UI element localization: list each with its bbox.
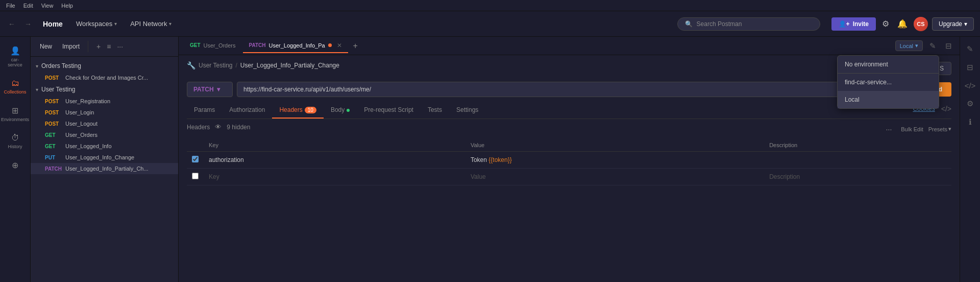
sidebar-item-history[interactable]: ⏱ History [2,129,29,153]
home-button[interactable]: Home [39,18,67,30]
right-code-icon[interactable]: </> [962,79,978,92]
request-user-login[interactable]: POST User_Login [31,107,178,118]
search-bar[interactable]: 🔍 [677,17,820,31]
edit-icon[interactable]: ✎ [927,39,939,53]
breadcrumb-separator: / [235,62,237,69]
env-option-local[interactable]: Local [838,91,939,108]
method-get: GET [45,144,62,149]
table-row: Key Value Description [187,169,951,185]
method-selector[interactable]: PATCH ▾ [187,82,233,97]
collections-sidebar: New Import + ≡ ··· ▾ Orders Testing POST… [31,37,179,282]
notifications-icon[interactable]: 🔔 [895,17,910,31]
header-checkbox-1[interactable] [192,156,199,162]
tab-add-button[interactable]: + [349,41,362,51]
settings-icon[interactable]: ⚙ [880,17,891,31]
header-checkbox-2[interactable] [192,173,199,179]
request-user-logged-info[interactable]: GET User_Logged_Info [31,140,178,152]
breadcrumb: 🔧 User Testing / User_Logged_Info_Partia… [187,61,339,69]
tab-unsaved-dot [328,43,332,47]
more-options-icon[interactable]: ··· [115,41,125,52]
header-value-placeholder[interactable]: Value [465,169,764,185]
new-import-group: New Import [36,41,88,52]
collection-user-testing: ▾ User Testing POST User_Registration PO… [31,83,178,174]
upgrade-chevron: ▾ [964,20,967,28]
content-area: GET User_Orders PATCH User_Logged_Info_P… [179,37,960,282]
more-options-icon[interactable]: ··· [886,125,892,133]
sort-icon[interactable]: ≡ [105,41,113,52]
api-network-dropdown[interactable]: API Network ▾ [126,18,176,30]
tab-get-user-orders[interactable]: GET User_Orders [184,39,242,53]
env-option-find-car[interactable]: find-car-service... [838,74,939,91]
tab-close-icon[interactable]: ✕ [337,42,342,49]
avatar[interactable]: CS [914,17,928,31]
header-key-placeholder[interactable]: Key [204,169,465,185]
tab-prerequest[interactable]: Pre-request Script [357,102,421,119]
sidebar-item-environments[interactable]: ⊞ Environments [2,102,29,126]
breadcrumb-parent[interactable]: User Testing [199,62,232,69]
search-input[interactable] [697,20,813,28]
tab-params[interactable]: Params [187,102,222,119]
menu-file[interactable]: File [6,3,15,9]
forward-button[interactable]: → [22,18,34,30]
api-network-label: API Network [130,20,167,28]
right-settings-icon[interactable]: ⚙ [964,97,976,111]
right-split-icon[interactable]: ⊟ [964,60,976,75]
tab-tests[interactable]: Tests [421,102,449,119]
env-chevron-icon: ▾ [915,42,918,49]
request-user-logged-info-partialy[interactable]: PATCH User_Logged_Info_Partialy_Ch... [31,163,178,174]
eye-icon[interactable]: 👁 [215,123,222,131]
env-option-none[interactable]: No environment [838,56,939,73]
request-user-registration[interactable]: POST User_Registration [31,96,178,107]
tab-settings[interactable]: Settings [449,102,485,119]
right-info-icon[interactable]: ℹ [966,115,974,129]
split-view-icon[interactable]: ⊟ [943,39,954,53]
tab-method-patch: PATCH [249,42,266,48]
invite-button[interactable]: 👤+ Invite [831,17,876,31]
code-icon[interactable]: </> [941,105,951,113]
method-patch: PATCH [45,166,62,172]
import-button[interactable]: Import [58,41,84,52]
workspaces-dropdown[interactable]: Workspaces ▾ [72,18,121,30]
method-get: GET [45,132,62,138]
bulk-edit-button[interactable]: Bulk Edit [901,126,923,132]
request-user-logged-info-change[interactable]: PUT User_Logged_Info_Change [31,152,178,163]
right-edit-icon[interactable]: ✎ [964,42,976,56]
tab-patch-user-logged[interactable]: PATCH User_Logged_Info_Pa ✕ [243,39,348,53]
collection-header-user[interactable]: ▾ User Testing [31,83,178,96]
method-badge-post: POST [45,75,62,81]
presets-button[interactable]: Presets ▾ [928,126,951,132]
new-button[interactable]: New [36,41,56,52]
tab-authorization[interactable]: Authorization [222,102,272,119]
request-user-logout[interactable]: POST User_Logout [31,118,178,129]
workspaces-chevron: ▾ [114,21,117,27]
request-check-order[interactable]: POST Check for Order and Images Cr... [31,72,178,83]
collection-header-orders[interactable]: ▾ Orders Testing [31,60,178,72]
menu-view[interactable]: View [41,3,54,9]
sidebar-actions: + ≡ ··· [94,41,125,52]
menu-help[interactable]: Help [61,3,73,9]
menu-edit[interactable]: Edit [23,3,33,9]
tabs-bar: GET User_Orders PATCH User_Logged_Info_P… [179,37,960,55]
sidebar-item-collections[interactable]: 🗂 Collections [2,75,29,99]
url-input[interactable] [237,82,914,97]
environment-dropdown[interactable]: Local ▾ [895,40,923,51]
sidebar-item-add[interactable]: ⊕ [2,156,29,174]
header-desc-1[interactable] [764,152,951,169]
add-collection-icon[interactable]: + [94,41,103,52]
collections-icon: 🗂 [11,79,19,88]
col-value: Value [465,139,764,152]
header-desc-placeholder[interactable]: Description [764,169,951,185]
history-icon: ⏱ [11,133,19,143]
col-description: Description [764,139,951,152]
tab-headers[interactable]: Headers10 [272,102,323,119]
request-user-orders[interactable]: GET User_Orders [31,129,178,140]
tab-body[interactable]: Body [324,102,357,119]
col-key: Key [204,139,465,152]
sidebar-item-user[interactable]: 👤 car-service [2,42,29,72]
search-icon: 🔍 [685,20,693,28]
back-button[interactable]: ← [6,18,17,30]
upgrade-button[interactable]: Upgrade ▾ [932,17,974,31]
header-key-1[interactable]: authorization [204,152,465,169]
top-bar: ← → Home Workspaces ▾ API Network ▾ 🔍 👤+… [0,11,980,37]
method-post: POST [45,99,62,104]
